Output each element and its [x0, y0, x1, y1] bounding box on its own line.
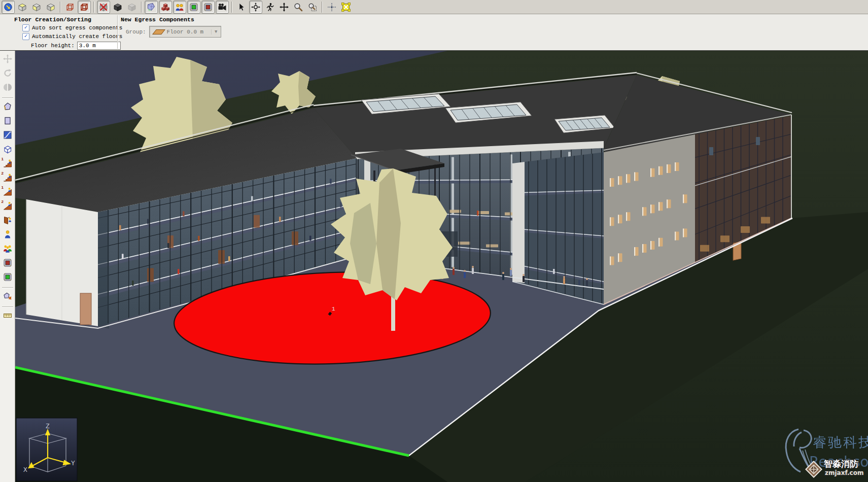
select-tool-button[interactable] [235, 1, 248, 14]
wireframe-cube-active-button[interactable] [78, 1, 91, 14]
ramp-two-point-icon [3, 201, 12, 213]
toolbar-separator [141, 2, 142, 13]
add-exit-red-icon [3, 258, 12, 270]
toolbar-separator [231, 2, 232, 13]
reset-view-button[interactable] [339, 1, 353, 14]
chevron-down-icon: ▼ [211, 29, 221, 35]
axis-z-label: Z [46, 423, 50, 430]
egress-title: New Egress Components [121, 16, 221, 23]
navigate-orb-button[interactable] [2, 1, 15, 14]
transform-shape-button[interactable] [1, 291, 14, 304]
move-object-button[interactable] [1, 53, 14, 66]
orientation-cube[interactable]: Z Y X [16, 418, 77, 481]
draw-box-button[interactable] [1, 144, 14, 157]
zoom-box-tool-button[interactable] [306, 1, 319, 14]
show-cameras-button[interactable] [216, 1, 229, 14]
group-dropdown-value: Floor 0.0 m [167, 29, 211, 35]
cube-select-face-icon [32, 3, 41, 12]
show-exit-doors-icon [189, 3, 198, 12]
floor-height-row: Floor height: [31, 42, 122, 50]
rotate-object-icon [3, 68, 12, 80]
walk-tool-icon [265, 3, 274, 12]
draw-rectangle-room-button[interactable] [1, 115, 14, 128]
show-exit-doors-button[interactable] [187, 1, 200, 14]
orbit-tool-icon [251, 3, 260, 12]
zoom-box-tool-icon [308, 3, 317, 12]
auto-create-checkbox[interactable]: ✓ [22, 33, 29, 40]
rotate-object-button[interactable] [1, 67, 14, 81]
wireframe-cube-button[interactable] [63, 1, 77, 14]
hide-cube-button[interactable] [97, 1, 110, 14]
show-obstructions-button[interactable] [159, 1, 172, 14]
sidebar-separator [2, 287, 13, 288]
split-object-button[interactable] [1, 82, 14, 95]
draw-polygon-room-icon [3, 102, 12, 114]
reset-view-icon [341, 3, 351, 12]
show-doors-icon [203, 3, 213, 12]
add-occupant-group-button[interactable] [1, 243, 14, 256]
show-glass-icon [147, 3, 156, 12]
draw-polygon-room-button[interactable] [1, 101, 14, 114]
floor-creation-title: Floor Creation/Sorting [14, 16, 122, 23]
viewport-3d[interactable]: 1 Z Y X [15, 51, 868, 482]
auto-create-label: Automatically create floors [32, 33, 122, 40]
measure-tool-button[interactable] [1, 310, 14, 323]
stairs-one-point-icon [3, 159, 12, 170]
stairs-two-point-badge: 2 [2, 171, 4, 176]
add-occupant-button[interactable] [1, 229, 14, 242]
stairs-two-point-icon [3, 173, 12, 185]
snap-point-tool-button[interactable] [325, 1, 338, 14]
toolbar-separator [60, 2, 61, 13]
doorway-occupant-icon [3, 216, 12, 227]
axis-x-label: X [23, 466, 27, 474]
add-exit-green-icon [3, 272, 12, 284]
show-doors-button[interactable] [201, 1, 215, 14]
refuge-marker-label: 1 [332, 306, 335, 312]
show-occupants-icon [175, 3, 184, 12]
floor-icon [152, 29, 165, 35]
shade-cube-light-icon [127, 3, 136, 12]
shade-cube-dark-button[interactable] [111, 1, 124, 14]
zoom-tool-button[interactable] [292, 1, 305, 14]
axis-y-label: Y [71, 460, 75, 467]
pan-tool-icon [280, 3, 289, 12]
show-glass-button[interactable] [145, 1, 158, 14]
add-occupant-icon [3, 230, 12, 242]
group-dropdown[interactable]: Floor 0.0 m ▼ [149, 26, 221, 38]
ramp-two-point-button[interactable]: 2 [1, 200, 14, 214]
edit-slice-button[interactable] [1, 129, 14, 143]
walk-tool-button[interactable] [263, 1, 276, 14]
toolbar-separator [93, 2, 94, 13]
shade-cube-light-button[interactable] [125, 1, 138, 14]
stairs-one-point-button[interactable]: 1 [1, 158, 14, 171]
navigate-orb-icon [4, 3, 13, 12]
stairs-one-point-badge: 1 [2, 157, 4, 161]
stairs-two-point-button[interactable]: 2 [1, 172, 14, 185]
sidebar-separator [2, 97, 13, 98]
add-exit-green-button[interactable] [1, 271, 14, 285]
group-row: Group: Floor 0.0 m ▼ [126, 26, 221, 38]
split-object-icon [3, 83, 12, 94]
egress-components-panel: New Egress Components Group: Floor 0.0 m… [121, 16, 221, 38]
floor-height-label: Floor height: [31, 43, 75, 49]
auto-sort-checkbox[interactable]: ✓ [22, 24, 29, 31]
floor-height-input[interactable] [77, 42, 121, 50]
show-occupants-button[interactable] [173, 1, 186, 14]
sidebar-separator [2, 306, 13, 307]
wireframe-cube-icon [65, 3, 75, 12]
pan-tool-button[interactable] [277, 1, 291, 14]
panel-separator [117, 15, 118, 49]
cube-select-top-button[interactable] [16, 1, 29, 14]
select-tool-icon [237, 3, 246, 12]
add-occupant-group-icon [3, 244, 12, 256]
hide-cube-icon [99, 3, 108, 12]
orbit-tool-button[interactable] [249, 1, 262, 14]
transform-shape-icon [3, 292, 12, 303]
ramp-one-point-button[interactable]: 1 [1, 186, 14, 199]
add-exit-red-button[interactable] [1, 257, 14, 270]
cube-select-face-button[interactable] [30, 1, 43, 14]
doorway-occupant-button[interactable] [1, 215, 14, 228]
options-panel-strip: Floor Creation/Sorting ✓ Auto sort egres… [0, 14, 868, 51]
cube-select-corner-button[interactable] [44, 1, 57, 14]
edit-slice-icon [3, 130, 12, 142]
